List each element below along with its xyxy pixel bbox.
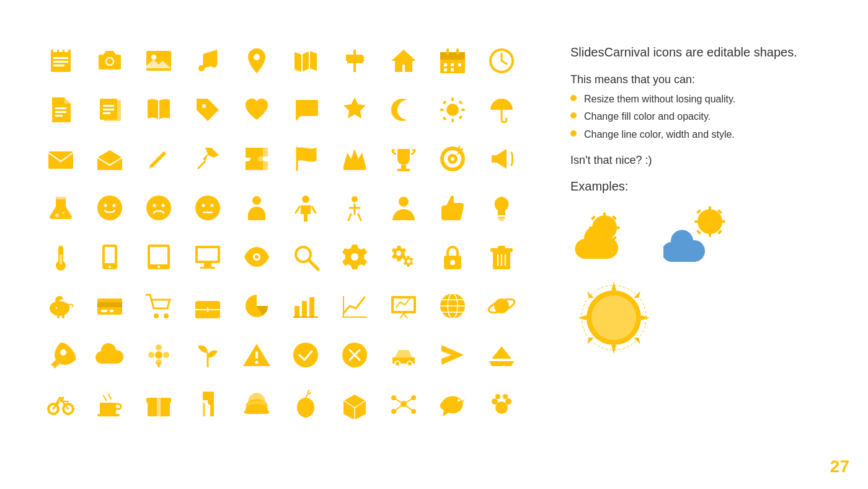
svg-point-63: [195, 195, 220, 220]
icon-row-5: [37, 233, 546, 280]
svg-point-106: [55, 307, 57, 308]
rocket-icon: [37, 331, 84, 378]
svg-point-193: [591, 295, 636, 340]
svg-rect-16: [440, 52, 465, 60]
svg-point-167: [458, 399, 460, 402]
svg-point-172: [503, 394, 508, 399]
bar-chart-icon: [282, 282, 329, 329]
svg-point-136: [148, 352, 154, 358]
ship-icon: [478, 331, 525, 378]
person-thin-icon: [331, 184, 378, 231]
svg-point-53: [451, 157, 454, 161]
svg-point-133: [155, 351, 162, 359]
svg-point-132: [60, 349, 66, 356]
page-number: 27: [830, 457, 849, 477]
svg-point-62: [161, 204, 164, 207]
open-envelope-icon: [86, 135, 133, 182]
clock-icon: [478, 37, 525, 84]
person-standing-icon: [282, 184, 329, 231]
svg-rect-26: [55, 107, 66, 109]
main-container: SlidesCarnival icons are editable shapes…: [0, 0, 868, 489]
map-icon: [282, 37, 329, 84]
svg-point-61: [153, 204, 156, 207]
phone-icon: [86, 233, 133, 280]
book-icon: [135, 86, 182, 133]
svg-point-60: [146, 195, 171, 220]
bicycle-icon: [37, 380, 84, 427]
home-icon: [380, 37, 427, 84]
x-mark-icon: [331, 331, 378, 378]
svg-rect-154: [157, 398, 161, 416]
coffee-icon: [86, 380, 133, 427]
example-sun-cloud-yellow: [570, 203, 651, 271]
svg-rect-2: [59, 47, 63, 52]
svg-point-111: [154, 313, 159, 318]
svg-rect-44: [458, 115, 463, 119]
documents-icon: [86, 86, 133, 133]
svg-rect-32: [103, 109, 114, 110]
planet-icon: [478, 282, 525, 329]
svg-point-8: [107, 58, 113, 65]
svg-point-10: [151, 55, 156, 60]
svg-line-46: [198, 161, 205, 169]
svg-marker-196: [578, 315, 587, 320]
svg-point-35: [202, 104, 206, 108]
neutral-face-icon: [184, 184, 231, 231]
pushpin-icon: [184, 135, 231, 182]
svg-rect-5: [53, 61, 68, 63]
car-icon: [380, 331, 427, 378]
svg-point-137: [163, 352, 169, 358]
svg-rect-183: [709, 206, 711, 211]
svg-point-93: [407, 259, 410, 263]
camera-icon: [86, 37, 133, 84]
svg-rect-72: [499, 219, 504, 221]
icon-row-6: [37, 282, 546, 329]
examples-row-1: [570, 203, 831, 271]
crown-icon: [331, 135, 378, 182]
svg-marker-197: [641, 315, 650, 320]
globe-icon: [429, 282, 476, 329]
example-sun-large: [570, 277, 651, 352]
svg-rect-186: [720, 220, 725, 223]
svg-rect-110: [110, 310, 113, 312]
bullet-item-3: Change line color, width and style.: [570, 128, 831, 141]
cutlery-icon: [184, 380, 231, 427]
svg-rect-80: [150, 247, 167, 264]
gift-icon: [135, 380, 182, 427]
svg-rect-140: [255, 351, 258, 359]
svg-rect-4: [53, 57, 68, 59]
svg-rect-45: [48, 151, 73, 169]
svg-point-92: [396, 251, 401, 256]
svg-rect-19: [444, 63, 447, 66]
bullet-item-1: Resize them without losing quality.: [570, 92, 831, 106]
notepad-icon: [37, 37, 84, 84]
svg-point-87: [255, 255, 259, 259]
warning-icon: [233, 331, 280, 378]
svg-rect-43: [442, 116, 446, 120]
svg-marker-200: [587, 338, 594, 344]
flower-icon: [135, 331, 182, 378]
checkmark-icon: [282, 331, 329, 378]
svg-rect-3: [64, 47, 68, 52]
svg-rect-27: [55, 111, 66, 113]
svg-point-182: [698, 209, 722, 234]
icon-row-8: [37, 380, 546, 427]
svg-rect-174: [603, 212, 606, 217]
svg-point-12: [211, 61, 217, 68]
svg-rect-18: [456, 48, 459, 55]
examples-row-2: [570, 277, 831, 352]
person-bust-icon: [380, 184, 427, 231]
svg-point-146: [407, 361, 412, 366]
sprout-icon: [184, 331, 231, 378]
svg-marker-195: [611, 345, 616, 354]
icons-section: [37, 25, 546, 464]
svg-rect-75: [60, 254, 62, 264]
svg-point-141: [255, 361, 258, 364]
tablet-icon: [135, 233, 182, 280]
heart-icon: [233, 86, 280, 133]
svg-rect-6: [53, 65, 64, 66]
trophy-icon: [380, 135, 427, 182]
icon-row-1: [37, 37, 546, 84]
thermometer-icon: [37, 233, 84, 280]
svg-point-95: [450, 260, 455, 265]
